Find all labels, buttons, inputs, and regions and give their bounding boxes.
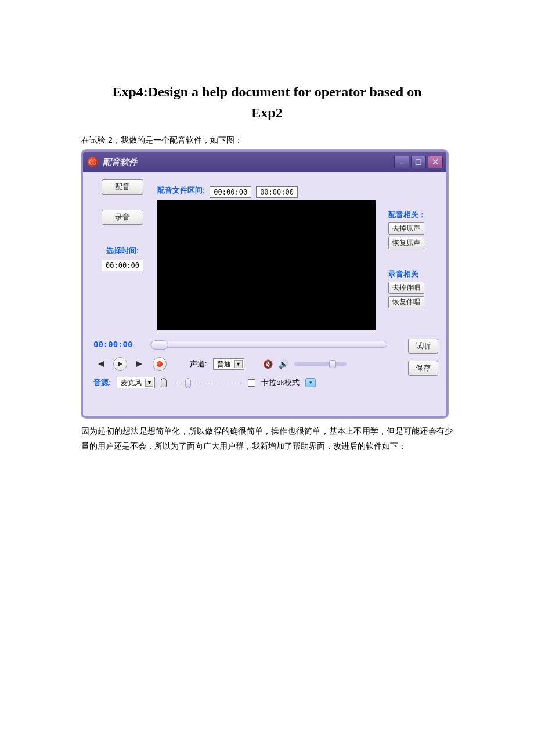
sound-icon[interactable]: 🔊 (279, 359, 288, 369)
source-value: 麦克风 (121, 378, 142, 388)
mic-level-slider[interactable] (172, 381, 242, 384)
mute-icon[interactable]: 🔇 (263, 359, 273, 369)
chevron-down-icon: ▼ (145, 379, 153, 387)
restore-vocal-button[interactable]: 恢复原声 (388, 237, 424, 249)
timeline-thumb[interactable] (151, 340, 168, 350)
window-controls: – ☐ ✕ (394, 156, 443, 168)
channel-label: 声道: (190, 359, 207, 369)
prev-button[interactable] (93, 357, 107, 371)
left-column: 配音 录音 选择时间: 00:00:00 (93, 179, 151, 271)
titlebar[interactable]: 配音软件 – ☐ ✕ (83, 152, 446, 172)
window-title: 配音软件 (103, 157, 394, 168)
app-icon (88, 157, 98, 167)
file-range-start[interactable]: 00:00:00 (210, 186, 251, 198)
timeline-row: 00:00:00 (93, 340, 438, 349)
playback-time: 00:00:00 (93, 340, 146, 349)
preview-button[interactable]: 试听 (408, 339, 438, 354)
record-button[interactable]: 录音 (102, 210, 143, 225)
channel-value: 普通 (217, 359, 231, 369)
karaoke-dropdown[interactable]: ▾ (305, 378, 316, 387)
next-button[interactable] (133, 357, 147, 371)
rec-group-label: 录音相关 (388, 269, 418, 279)
body-paragraph: 因为起初的想法是想简单化，所以做得的确很简单，操作也很简单，基本上不用学，但是可… (81, 424, 453, 453)
remove-vocal-button[interactable]: 去掉原声 (388, 222, 424, 235)
select-time-label: 选择时间: (106, 246, 139, 256)
volume-icons: 🔇 🔊 (263, 359, 288, 369)
file-range-row: 配音文件区间: 00:00:00 00:00:00 (157, 183, 298, 198)
timeline-track[interactable] (150, 341, 387, 348)
doc-title-line1: Exp4:Design a help document for operator… (112, 84, 421, 99)
source-select[interactable]: 麦克风 ▼ (117, 377, 155, 388)
intro-text: 在试验 2，我做的是一个配音软件，如下图： (81, 134, 453, 146)
karaoke-label: 卡拉ok模式 (261, 377, 300, 388)
app-window: 配音软件 – ☐ ✕ 配音 录音 选择时间: 00:00:00 配音文件区间: … (81, 150, 448, 418)
playback-controls: 声道: 普通 ▼ 🔇 🔊 (93, 357, 438, 371)
play-button[interactable] (113, 357, 127, 371)
doc-title-line2: Exp2 (251, 105, 282, 120)
record-icon-button[interactable] (153, 357, 167, 371)
restore-accomp-button[interactable]: 恢复伴唱 (388, 296, 424, 308)
volume-knob[interactable] (329, 360, 336, 368)
dub-button[interactable]: 配音 (102, 179, 143, 195)
chevron-down-icon: ▼ (234, 360, 243, 368)
volume-slider[interactable] (294, 362, 347, 366)
app-body: 配音 录音 选择时间: 00:00:00 配音文件区间: 00:00:00 00… (83, 172, 446, 416)
karaoke-checkbox[interactable] (248, 379, 255, 387)
close-button[interactable]: ✕ (428, 156, 443, 168)
minimize-button[interactable]: – (394, 156, 409, 168)
right-column: 配音相关： 去掉原声 恢复原声 录音相关 去掉伴唱 恢复伴唱 (388, 208, 438, 308)
source-label: 音源: (93, 377, 111, 388)
maximize-button[interactable]: ☐ (411, 156, 426, 168)
dub-group-label: 配音相关： (388, 210, 426, 220)
microphone-icon (161, 378, 167, 387)
mic-level-knob[interactable] (185, 378, 191, 388)
select-time-value[interactable]: 00:00:00 (102, 260, 143, 271)
file-range-end[interactable]: 00:00:00 (256, 186, 298, 198)
bottom-row: 音源: 麦克风 ▼ 卡拉ok模式 ▾ (93, 377, 438, 388)
channel-select[interactable]: 普通 ▼ (213, 358, 244, 370)
file-range-label: 配音文件区间: (157, 185, 205, 196)
remove-accomp-button[interactable]: 去掉伴唱 (388, 282, 424, 294)
doc-title: Exp4:Design a help document for operator… (81, 81, 453, 123)
video-preview[interactable] (157, 200, 376, 330)
